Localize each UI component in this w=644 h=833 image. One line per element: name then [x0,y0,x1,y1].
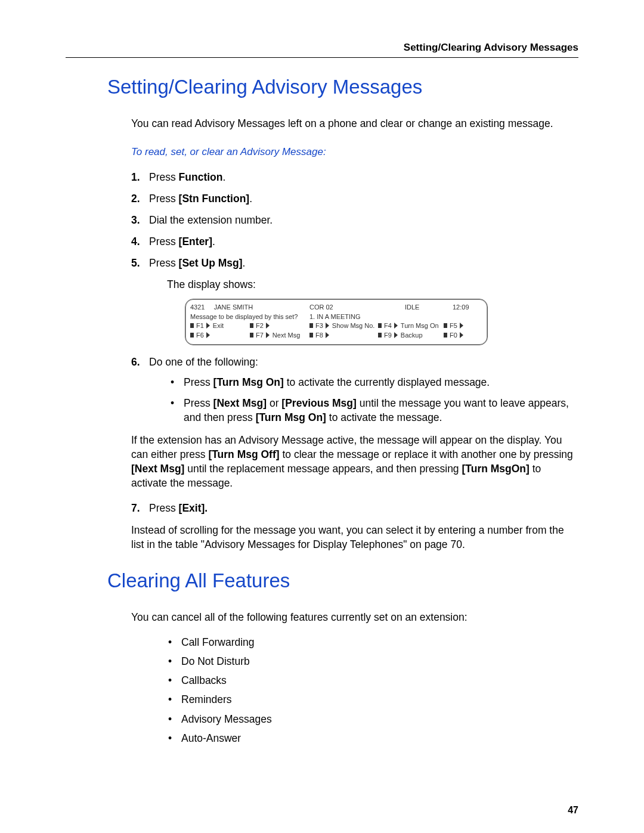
advisory-active-paragraph: If the extension has an Advisory Message… [131,433,578,491]
feature-item: Callbacks [166,673,578,688]
page-number: 47 [66,805,578,816]
feature-item: Reminders [166,692,578,707]
option-turn-msg-on: Press [Turn Msg On] to activate the curr… [166,375,578,389]
softkey-f4: F4Turn Msg On [378,321,439,330]
phone-display-panel: 4321 JANE SMITH COR 02 IDLE 12:09 Messag… [185,299,488,345]
step-4: 4. Press [Enter]. [131,234,578,249]
closing-paragraph: Instead of scrolling for the message you… [131,523,578,552]
step-5-subtext: The display shows: [167,277,578,292]
feature-item: Auto-Answer [166,731,578,745]
softkey-f5: F5 [444,321,466,330]
step-6: 6. Do one of the following: Press [Turn … [131,355,578,425]
step-3: 3. Dial the extension number. [131,213,578,227]
section-heading-1: Setting/Clearing Advisory Messages [107,76,578,98]
display-softkeys-row-2: F6 F7Next Msg F8 F9Backup F0 [190,331,482,340]
display-softkeys-row-1: F1Exit F2 F3Show Msg No. F4Turn Msg On F [190,321,482,331]
square-icon [309,333,313,337]
display-status: IDLE [405,303,453,312]
triangle-right-icon [266,332,270,338]
step-text: Press [Set Up Msg]. [149,257,245,269]
display-row-2: Message to be displayed by this set? 1. … [190,312,482,321]
square-icon [190,323,194,328]
square-icon [190,333,194,337]
step-number: 5. [131,256,140,270]
section1-body: You can read Advisory Messages left on a… [131,116,578,552]
display-row-1: 4321 JANE SMITH COR 02 IDLE 12:09 [190,303,482,312]
triangle-right-icon [266,323,270,329]
procedure-subheading: To read, set, or clear an Advisory Messa… [131,145,578,159]
step-text: Do one of the following: [149,356,258,368]
step-number: 1. [131,170,140,184]
softkey-f0: F0 [444,331,466,340]
procedure-steps-cont: 7. Press [Exit]. [131,501,578,515]
step-number: 6. [131,355,140,369]
display-prompt: Message to be displayed by this set? [190,312,309,321]
step-number: 3. [131,213,140,227]
softkey-f2: F2 [250,321,273,330]
triangle-right-icon [460,332,463,338]
feature-item: Call Forwarding [166,635,578,649]
document-page: Setting/Clearing Advisory Messages Setti… [0,0,644,833]
softkey-f7: F7Next Msg [250,331,300,340]
step-2: 2. Press [Stn Function]. [131,191,578,206]
step-text: Dial the extension number. [149,214,273,226]
step-number: 2. [131,191,140,206]
triangle-right-icon [326,323,329,329]
running-header-title: Setting/Clearing Advisory Messages [66,42,578,54]
triangle-right-icon [326,332,329,338]
step-number: 7. [131,501,140,515]
procedure-steps: 1. Press Function. 2. Press [Stn Functio… [131,170,578,425]
display-selection: 1. IN A MEETING [309,312,405,321]
triangle-right-icon [394,332,398,338]
triangle-right-icon [394,323,398,329]
square-icon [250,333,253,337]
intro-paragraph: You can read Advisory Messages left on a… [131,116,578,131]
step-text: Press [Stn Function]. [149,193,252,205]
display-time: 12:09 [453,303,482,312]
softkey-f1: F1Exit [190,321,224,330]
softkey-f6: F6 [190,331,213,340]
display-ext: 4321 [190,304,205,311]
softkey-f9: F9Backup [378,331,423,340]
option-next-prev: Press [Next Msg] or [Previous Msg] until… [166,396,578,425]
step-number: 4. [131,234,140,249]
triangle-right-icon [206,323,210,329]
step-5: 5. Press [Set Up Msg]. The display shows… [131,256,578,345]
step-text: Press [Exit]. [149,502,208,514]
triangle-right-icon [460,323,463,329]
feature-item: Do Not Disturb [166,654,578,668]
triangle-right-icon [206,332,210,338]
step-text: Press [Enter]. [149,236,215,247]
square-icon [444,333,447,337]
square-icon [309,323,313,328]
square-icon [444,323,447,328]
section2-intro: You can cancel all of the following feat… [131,610,578,624]
step-text: Press Function. [149,171,225,183]
section2-body: You can cancel all of the following feat… [131,610,578,745]
page-header: Setting/Clearing Advisory Messages [66,42,578,58]
square-icon [378,323,382,328]
square-icon [378,333,382,337]
features-list: Call Forwarding Do Not Disturb Callbacks… [166,635,578,745]
display-cor: COR 02 [309,303,405,312]
softkey-f8: F8 [309,331,332,340]
feature-item: Advisory Messages [166,712,578,726]
step-7: 7. Press [Exit]. [131,501,578,515]
square-icon [250,323,253,328]
softkey-f3: F3Show Msg No. [309,321,374,330]
display-name: JANE SMITH [214,304,253,311]
step-1: 1. Press Function. [131,170,578,184]
section-heading-2: Clearing All Features [107,569,578,592]
step-6-options: Press [Turn Msg On] to activate the curr… [166,375,578,424]
